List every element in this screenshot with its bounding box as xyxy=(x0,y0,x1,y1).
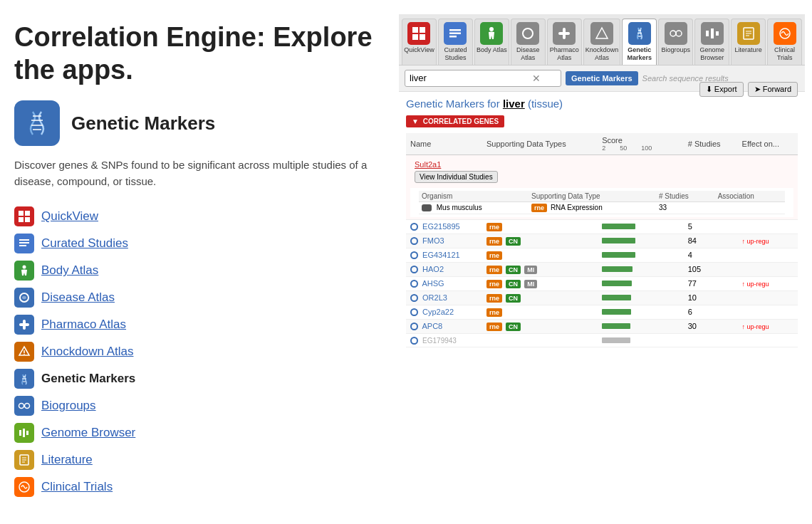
svg-rect-37 xyxy=(449,36,457,38)
search-clear-button[interactable]: ✕ xyxy=(532,73,541,84)
gene-link[interactable]: EG215895 xyxy=(422,222,460,231)
toolbar-btn-knockdown-atlas[interactable]: Knockdown Atlas xyxy=(583,19,621,65)
cn-tag: CN xyxy=(506,280,521,288)
svg-rect-7 xyxy=(25,217,30,222)
toolbar-btn-literature[interactable]: Literature xyxy=(731,19,766,65)
nav-item-disease-atlas[interactable]: Disease Atlas xyxy=(14,288,378,308)
gene-link[interactable]: AHSG xyxy=(422,279,444,288)
toolbar-literature-icon xyxy=(737,22,760,45)
app-icon xyxy=(14,100,60,146)
expanded-gene-link[interactable]: Sult2a1 xyxy=(415,160,441,169)
nav-item-body-atlas[interactable]: Body Atlas xyxy=(14,261,378,281)
svg-rect-41 xyxy=(558,32,570,35)
clinical-trials-icon xyxy=(14,477,34,497)
search-input[interactable] xyxy=(410,73,531,83)
data-table: Name Supporting Data Types Score 250100 … xyxy=(406,133,798,348)
studies-cell: 4 xyxy=(684,248,738,262)
nav-item-biogroups[interactable]: Biogroups xyxy=(14,396,378,416)
toolbar-btn-genetic-markers[interactable]: Genetic Markers xyxy=(622,19,657,65)
mi-tag: MI xyxy=(524,266,537,274)
toolbar-disease-icon xyxy=(516,22,539,45)
toolbar-btn-disease-atlas[interactable]: Disease Atlas xyxy=(511,19,546,65)
svg-rect-33 xyxy=(412,34,418,40)
cn-tag: CN xyxy=(506,323,521,331)
toolbar-btn-pharmaco-atlas[interactable]: Pharmaco Atlas xyxy=(547,19,582,65)
nav-item-genetic-markers[interactable]: Genetic Markers xyxy=(14,369,378,389)
nav-item-curated-studies[interactable]: Curated Studies xyxy=(14,234,378,253)
forward-button[interactable]: ➤ Forward xyxy=(748,82,798,97)
gene-link[interactable]: FMO3 xyxy=(422,236,444,245)
gene-link[interactable]: APC8 xyxy=(422,322,442,330)
rna-tag: rne xyxy=(486,237,502,246)
gene-cell: APC8 xyxy=(406,319,482,333)
toolbar-btn-clinical-trials[interactable]: Clinical Trials xyxy=(767,19,802,65)
genome-browser-link[interactable]: Genome Browser xyxy=(41,426,135,440)
svg-marker-42 xyxy=(596,28,608,38)
search-input-wrap[interactable]: ✕ xyxy=(405,70,561,87)
correlated-genes-arrow: ▼ xyxy=(412,117,419,125)
col-supporting: Supporting Data Types xyxy=(482,133,598,155)
export-button[interactable]: ⬇ Export xyxy=(699,82,744,97)
knockdown-atlas-link[interactable]: Knockdown Atlas xyxy=(41,345,133,359)
nav-item-literature[interactable]: Literature xyxy=(14,450,378,470)
gene-circle-icon xyxy=(410,280,418,288)
svg-rect-8 xyxy=(19,239,29,241)
pharmaco-atlas-icon xyxy=(14,315,34,335)
studies-cell xyxy=(684,333,738,347)
toolbar-knockdown-icon xyxy=(590,22,613,45)
search-badge: Genetic Markers xyxy=(566,71,638,85)
nav-item-genome-browser[interactable]: Genome Browser xyxy=(14,423,378,443)
score-cell xyxy=(598,248,684,262)
view-studies-button[interactable]: View Individual Studies xyxy=(415,171,498,183)
gene-link[interactable]: OR2L3 xyxy=(422,293,447,302)
toolbar-disease-label: Disease Atlas xyxy=(513,46,543,62)
toolbar-btn-genome-browser[interactable]: Genome Browser xyxy=(694,19,729,65)
gene-cell: AHSG xyxy=(406,276,482,290)
genetic-markers-icon xyxy=(14,369,34,389)
toolbar-btn-body-atlas[interactable]: Body Atlas xyxy=(474,19,509,65)
disease-atlas-link[interactable]: Disease Atlas xyxy=(41,290,115,305)
toolbar-body-icon xyxy=(480,22,503,45)
toolbar-pharmaco-icon xyxy=(553,22,576,45)
svg-point-38 xyxy=(489,27,494,31)
score-cell xyxy=(598,276,684,290)
nav-item-pharmaco-atlas[interactable]: Pharmaco Atlas xyxy=(14,315,378,335)
gene-link[interactable]: HAO2 xyxy=(422,265,444,273)
toolbar-btn-quickview[interactable]: QuickView xyxy=(402,19,437,65)
exp-col-studies: # Studies xyxy=(656,191,715,202)
studies-cell: 77 xyxy=(684,276,738,290)
nav-item-clinical-trials[interactable]: Clinical Trials xyxy=(14,477,378,497)
gene-link[interactable]: Cyp2a22 xyxy=(422,308,454,316)
nav-item-quickview[interactable]: QuickView xyxy=(14,206,378,226)
forward-icon: ➤ xyxy=(754,85,761,94)
table-row: Cyp2a22 rne 6 xyxy=(406,305,798,319)
toolbar-btn-curated-studies[interactable]: Curated Studies xyxy=(438,19,473,65)
exp-col-type: Supporting Data Type xyxy=(529,191,656,202)
nav-item-knockdown-atlas[interactable]: Knockdown Atlas xyxy=(14,342,378,362)
svg-point-22 xyxy=(25,404,30,409)
app-name: Genetic Markers xyxy=(71,112,215,135)
correlated-genes-bar[interactable]: ▼ CORRELATED GENES xyxy=(406,115,504,127)
body-atlas-link[interactable]: Body Atlas xyxy=(41,263,98,278)
table-row: APC8 rne CN 30 ↑ up-regu xyxy=(406,319,798,333)
biogroups-link[interactable]: Biogroups xyxy=(41,399,96,413)
toolbar-btn-biogroups[interactable]: Biogroups xyxy=(658,19,693,65)
app-toolbar: QuickView Curated Studies Body Atlas Dis… xyxy=(399,14,805,66)
app-description: Discover genes & SNPs found to be signif… xyxy=(14,157,378,189)
score-cell xyxy=(598,333,684,347)
gene-circle-icon xyxy=(410,223,418,231)
svg-rect-5 xyxy=(25,211,30,216)
tags-cell xyxy=(482,333,598,347)
svg-point-39 xyxy=(523,28,533,38)
svg-point-17 xyxy=(24,354,25,355)
col-name: Name xyxy=(406,133,482,155)
gene-link[interactable]: EG434121 xyxy=(422,251,460,259)
clinical-trials-link[interactable]: Clinical Trials xyxy=(41,480,113,494)
pharmaco-atlas-link[interactable]: Pharmaco Atlas xyxy=(41,318,126,332)
gene-circle-icon xyxy=(410,251,418,259)
up-regu-label: ↑ up-regu xyxy=(742,281,769,288)
curated-studies-link[interactable]: Curated Studies xyxy=(41,236,128,251)
quickview-link[interactable]: QuickView xyxy=(41,209,98,224)
literature-link[interactable]: Literature xyxy=(41,453,93,467)
mouse-icon xyxy=(422,204,432,211)
